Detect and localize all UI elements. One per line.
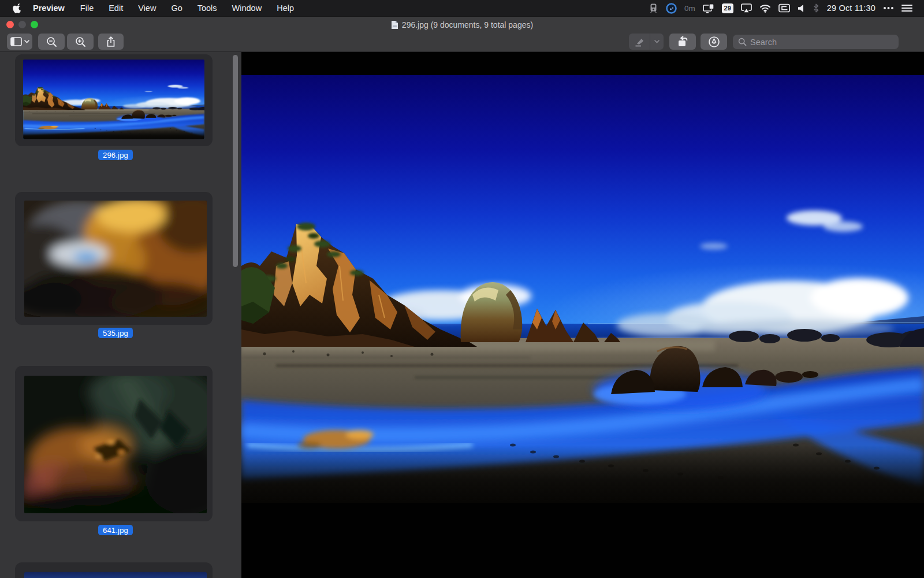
document-image-296 bbox=[241, 75, 924, 503]
document-view bbox=[241, 52, 924, 578]
calendar-status-icon[interactable]: 29 bbox=[722, 3, 733, 13]
toolbar: Search bbox=[0, 32, 924, 52]
marker-pen-icon bbox=[634, 36, 644, 47]
display-share-icon[interactable] bbox=[703, 0, 714, 16]
chevron-down-icon bbox=[24, 40, 29, 43]
airplay-icon[interactable] bbox=[741, 0, 752, 16]
menu-tools[interactable]: Tools bbox=[190, 0, 225, 16]
status-menu-extras: 0m 29 29 Oct 11:30 bbox=[649, 0, 916, 16]
window-title: 296.jpg (9 documents, 9 total pages) bbox=[402, 20, 533, 29]
search-placeholder: Search bbox=[750, 38, 777, 47]
thumbnail-535[interactable] bbox=[15, 192, 213, 325]
thumbnail-535-label: 535.jpg bbox=[0, 328, 231, 338]
menu-go[interactable]: Go bbox=[163, 0, 189, 16]
clock-label[interactable]: 29 Oct 11:30 bbox=[827, 3, 875, 13]
menu-view[interactable]: View bbox=[131, 0, 163, 16]
volume-icon[interactable] bbox=[798, 0, 805, 16]
input-source-icon[interactable] bbox=[778, 0, 790, 16]
markup-pen-dropdown[interactable] bbox=[650, 34, 664, 50]
menu-edit[interactable]: Edit bbox=[101, 0, 131, 16]
thumbnail-next-image bbox=[24, 572, 207, 578]
markup-toolbar-icon bbox=[708, 36, 720, 48]
zoom-out-icon bbox=[46, 36, 57, 47]
sidebar-scrollbar-thumb[interactable] bbox=[233, 55, 238, 267]
more-dots-icon[interactable] bbox=[883, 0, 894, 16]
title-bar: 296.jpg (9 documents, 9 total pages) bbox=[0, 16, 924, 32]
thumbnail-641-label: 641.jpg bbox=[0, 525, 231, 535]
thumbnail-535-image bbox=[24, 201, 207, 317]
markup-toolbar-toggle-button[interactable] bbox=[701, 34, 727, 50]
notification-list-icon[interactable] bbox=[901, 0, 912, 16]
thumbnail-sidebar: 296.jpg bbox=[0, 52, 241, 578]
search-icon bbox=[738, 38, 747, 46]
rotate-left-icon bbox=[676, 36, 689, 47]
apple-menu-icon[interactable] bbox=[13, 3, 21, 13]
sidebar-toggle-button[interactable] bbox=[7, 34, 32, 50]
app-status-icon[interactable] bbox=[666, 0, 677, 16]
menu-help[interactable]: Help bbox=[269, 0, 301, 16]
menu-window[interactable]: Window bbox=[225, 0, 270, 16]
zoom-in-icon bbox=[75, 36, 86, 47]
wifi-icon[interactable] bbox=[759, 0, 771, 16]
chevron-down-icon bbox=[654, 40, 660, 43]
thumbnail-next-partial[interactable] bbox=[15, 562, 213, 578]
thumbnail-641-image bbox=[24, 376, 207, 513]
document-icon bbox=[391, 20, 398, 29]
search-field[interactable]: Search bbox=[733, 35, 899, 49]
menu-bar: Preview File Edit View Go Tools Window H… bbox=[0, 0, 924, 16]
share-button[interactable] bbox=[98, 34, 124, 50]
rotate-left-button[interactable] bbox=[669, 34, 696, 50]
thumbnail-296-image bbox=[23, 60, 204, 139]
menu-file[interactable]: File bbox=[73, 0, 101, 16]
zoom-out-button[interactable] bbox=[38, 34, 65, 50]
sidebar-icon bbox=[10, 37, 22, 46]
thumbnail-296[interactable] bbox=[15, 54, 213, 146]
timer-status-label[interactable]: 0m bbox=[684, 4, 695, 13]
markup-pen-button[interactable] bbox=[629, 34, 650, 50]
bluetooth-icon[interactable] bbox=[813, 0, 819, 16]
train-status-icon[interactable] bbox=[649, 0, 658, 16]
markup-pen-control bbox=[629, 34, 664, 50]
menu-preview[interactable]: Preview bbox=[25, 0, 73, 16]
thumbnail-296-label: 296.jpg bbox=[0, 150, 231, 160]
share-icon bbox=[105, 36, 117, 47]
window-title-area: 296.jpg (9 documents, 9 total pages) bbox=[0, 17, 924, 33]
menu-items: Preview File Edit View Go Tools Window H… bbox=[8, 0, 301, 16]
thumbnail-641[interactable] bbox=[15, 366, 213, 521]
zoom-in-button[interactable] bbox=[67, 34, 94, 50]
